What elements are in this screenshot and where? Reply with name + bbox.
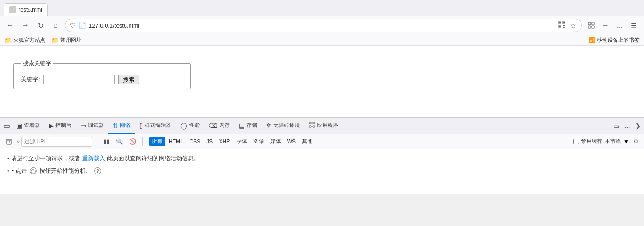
filter-icon: ▿ xyxy=(17,139,20,145)
devtools-tab-inspector[interactable]: ▣ 查看器 xyxy=(12,118,44,134)
filter-font[interactable]: 字体 xyxy=(234,137,250,146)
extensions-icon xyxy=(587,21,595,29)
disable-cache-checkbox[interactable] xyxy=(573,139,579,144)
block-button[interactable]: 🚫 xyxy=(127,137,138,146)
search-icon: 🔍 xyxy=(116,138,123,145)
devtools-tab-network[interactable]: ⇅ 网络 xyxy=(108,118,135,134)
devtools-tab-debugger[interactable]: ▭ 调试器 xyxy=(76,118,108,134)
mobile-bookmarks-label: 移动设备上的书签 xyxy=(597,37,640,43)
reload-link[interactable]: 重新载入 xyxy=(82,155,105,163)
style-editor-icon: {} xyxy=(139,123,143,129)
svg-rect-9 xyxy=(564,27,565,28)
back-arrow-button[interactable]: ← xyxy=(600,20,611,31)
tab-label: test6.html xyxy=(19,7,42,13)
bookmark-star-button[interactable]: ☆ xyxy=(569,20,577,31)
page-indicator-icon: 📄 xyxy=(79,22,86,29)
svg-rect-16 xyxy=(309,126,311,127)
devtools-tab-style-editor[interactable]: {} 样式编辑器 xyxy=(135,118,176,134)
pause-button[interactable]: ▮▮ xyxy=(102,137,111,146)
search-button[interactable]: 搜索 xyxy=(118,75,139,84)
performance-icon: ◯ xyxy=(180,122,187,129)
more-menu-button[interactable]: … xyxy=(614,20,625,31)
devtools-toolbar: ▿ ▮▮ 🔍 🚫 所有 HTML CSS JS XHR 字体 图像 媒体 WS … xyxy=(0,134,644,149)
svg-rect-8 xyxy=(563,27,564,28)
debugger-icon: ▭ xyxy=(80,122,86,129)
reload-button[interactable]: ↻ xyxy=(35,20,46,31)
nav-bar: ← → ↻ ⌂ 🛡 📄 ☆ xyxy=(0,16,644,35)
clear-button[interactable] xyxy=(4,137,14,146)
devtools-panel: ▭ ▣ 查看器 ▶ 控制台 ▭ 调试器 ⇅ 网络 {} 样式编辑器 ◯ 性能 xyxy=(0,117,644,194)
page-content: 搜索关键字 关键字: 搜索 xyxy=(0,46,644,117)
filter-other[interactable]: 其他 xyxy=(299,137,315,146)
devtools-undock-button[interactable]: ▭ xyxy=(2,121,12,131)
back-button[interactable]: ← xyxy=(4,20,16,31)
perf-msg-2: 按钮开始性能分析。 xyxy=(40,167,91,175)
filter-xhr[interactable]: XHR xyxy=(216,138,233,146)
security-icon: 🛡 xyxy=(70,22,76,29)
storage-icon: ▤ xyxy=(239,122,245,129)
bookmark-label-0: 火狐官方站点 xyxy=(13,36,45,44)
devtools-more-button[interactable]: … xyxy=(623,122,632,130)
perf-clock-icon: ◯ xyxy=(30,167,37,174)
tab-favicon xyxy=(9,6,16,13)
filter-ws[interactable]: WS xyxy=(284,138,298,146)
inspector-icon: ▣ xyxy=(16,122,22,129)
address-bar-container: 🛡 📄 ☆ xyxy=(65,19,582,32)
active-tab[interactable]: test6.html xyxy=(4,3,48,16)
svg-rect-12 xyxy=(588,26,591,28)
forward-button[interactable]: → xyxy=(20,20,31,31)
bullet-2: • xyxy=(7,168,9,174)
filter-html[interactable]: HTML xyxy=(166,138,186,146)
devtools-tab-console[interactable]: ▶ 控制台 xyxy=(44,118,76,134)
filter-js[interactable]: JS xyxy=(204,138,215,146)
console-label: 控制台 xyxy=(55,122,71,129)
bullet-1: • xyxy=(7,155,9,162)
bookmark-item-1[interactable]: 📁 常用网址 xyxy=(51,36,82,44)
filter-url-input[interactable] xyxy=(21,137,92,147)
style-editor-label: 样式编辑器 xyxy=(145,122,171,129)
search-legend: 搜索关键字 xyxy=(21,59,53,67)
throttle-label: 不节流 xyxy=(605,138,621,145)
devtools-tab-performance[interactable]: ◯ 性能 xyxy=(176,118,204,134)
bookmarks-bar: 📁 火狐官方站点 📁 常用网址 📶 移动设备上的书签 xyxy=(0,35,644,46)
svg-rect-3 xyxy=(563,22,565,23)
svg-rect-15 xyxy=(313,122,315,124)
devtools-tabs: ▭ ▣ 查看器 ▶ 控制台 ▭ 调试器 ⇅ 网络 {} 样式编辑器 ◯ 性能 xyxy=(0,118,644,134)
address-input[interactable] xyxy=(89,22,555,29)
devtools-tab-memory[interactable]: ⌫ 内存 xyxy=(204,118,234,134)
search-label: 关键字: xyxy=(21,75,40,83)
svg-rect-10 xyxy=(588,22,591,25)
network-icon: ⇅ xyxy=(113,122,118,129)
svg-rect-11 xyxy=(592,22,594,25)
filter-image[interactable]: 图像 xyxy=(251,137,267,146)
folder-icon-1: 📁 xyxy=(51,37,59,44)
home-button[interactable]: ⌂ xyxy=(50,20,61,31)
folder-icon-0: 📁 xyxy=(4,37,12,44)
devtools-tab-app[interactable]: 应用程序 xyxy=(304,118,343,134)
extensions-button[interactable] xyxy=(585,20,597,31)
menu-button[interactable]: ☰ xyxy=(628,20,640,31)
console-icon: ▶ xyxy=(49,122,54,129)
inspector-label: 查看器 xyxy=(24,122,40,129)
svg-rect-14 xyxy=(309,122,311,124)
filter-css[interactable]: CSS xyxy=(187,138,203,146)
filter-type-buttons: 所有 HTML CSS JS XHR 字体 图像 媒体 WS 其他 xyxy=(149,137,315,146)
search-input[interactable] xyxy=(43,75,115,84)
devtools-tab-storage[interactable]: ▤ 存储 xyxy=(234,118,261,134)
qr-button[interactable] xyxy=(557,20,566,31)
filter-media[interactable]: 媒体 xyxy=(268,137,284,146)
settings-button[interactable]: ⚙ xyxy=(632,137,640,146)
filter-all[interactable]: 所有 xyxy=(149,137,165,146)
search-button-devtools[interactable]: 🔍 xyxy=(114,137,125,146)
devtools-tab-accessibility[interactable]: ♆ 无障碍环境 xyxy=(261,118,304,134)
bookmark-item-0[interactable]: 📁 火狐官方站点 xyxy=(4,36,45,44)
search-fieldset: 搜索关键字 关键字: 搜索 xyxy=(13,59,191,89)
devtools-close-button[interactable]: ❯ xyxy=(634,122,642,130)
svg-rect-13 xyxy=(592,26,594,28)
devtools-dock-button[interactable]: ▭ xyxy=(612,122,621,131)
disable-cache-label[interactable]: 禁用缓存 xyxy=(573,138,602,145)
help-icon[interactable]: ? xyxy=(94,167,101,174)
svg-rect-6 xyxy=(563,25,564,26)
settings-icon: ⚙ xyxy=(633,138,639,145)
accessibility-icon: ♆ xyxy=(266,122,272,129)
